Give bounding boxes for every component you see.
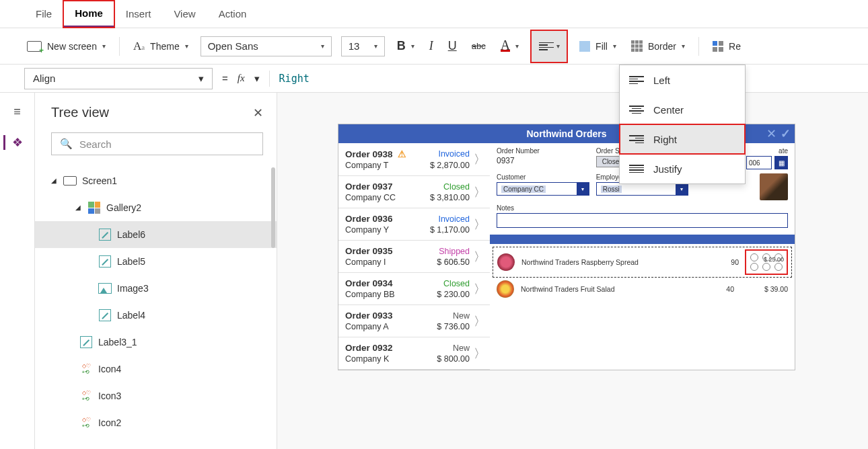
tree-search-input[interactable]: 🔍 Search: [51, 132, 263, 155]
font-size-select[interactable]: 13 ▾: [341, 36, 385, 56]
align-option-label: Justify: [653, 163, 682, 175]
menu-action[interactable]: Action: [207, 1, 258, 26]
chevron-right-icon[interactable]: 〉: [474, 151, 486, 167]
border-button[interactable]: Border ▾: [628, 36, 688, 56]
new-screen-button[interactable]: New screen ▾: [24, 37, 108, 56]
menu-file[interactable]: File: [24, 1, 63, 26]
menu-insert[interactable]: Insert: [114, 1, 163, 26]
order-date-value[interactable]: 006: [746, 156, 772, 169]
chevron-down-icon: ▾: [374, 42, 377, 50]
order-list-item[interactable]: Order 0934ClosedCompany BB$ 230.00〉: [338, 273, 490, 305]
employee-photo: [760, 173, 788, 200]
order-number-label: Order Number: [497, 147, 589, 155]
underline-icon: U: [448, 39, 457, 53]
order-list-item[interactable]: Order 0938 ⚠InvoicedCompany T$ 2,870.00〉: [338, 143, 490, 176]
order-amount: $ 800.00: [437, 354, 470, 364]
line-item-price: $ 25.00: [764, 256, 784, 263]
chevron-right-icon[interactable]: 〉: [474, 249, 486, 265]
tree-node-label3-1[interactable]: Label3_1: [51, 329, 263, 356]
order-list-item[interactable]: Order 0932NewCompany K$ 800.00〉: [338, 337, 490, 370]
order-company: Company T: [345, 161, 388, 170]
collapse-icon[interactable]: ◢: [51, 167, 58, 194]
notes-label: Notes: [497, 204, 788, 212]
theme-button[interactable]: Aa Theme ▾: [131, 36, 191, 57]
product-thumbnail: [497, 253, 515, 271]
hamburger-icon[interactable]: ≡: [13, 105, 21, 119]
shapes-icon: ◇♡+⟲: [82, 391, 91, 402]
order-status: Shipped: [439, 247, 470, 256]
chevron-down-icon[interactable]: ▾: [254, 73, 260, 85]
line-item[interactable]: Northwind Traders Raspberry Spread90$ 25…: [493, 247, 792, 278]
chevron-right-icon[interactable]: 〉: [474, 281, 486, 297]
order-list-item[interactable]: Order 0933NewCompany A$ 736.00〉: [338, 305, 490, 337]
order-company: Company BB: [345, 290, 395, 299]
align-icon: [539, 42, 554, 50]
menu-view[interactable]: View: [162, 1, 207, 26]
order-amount: $ 2,870.00: [430, 161, 470, 170]
order-status: Closed: [443, 279, 470, 288]
bold-button[interactable]: B ▾: [394, 35, 417, 57]
label-icon: [99, 255, 111, 268]
order-list-item[interactable]: Order 0936InvoicedCompany Y$ 1,170.00〉: [338, 208, 490, 241]
tree-node-screen1[interactable]: ◢ Screen1: [51, 167, 263, 194]
menu-home[interactable]: Home: [63, 1, 114, 28]
fill-button[interactable]: Fill ▾: [577, 37, 619, 56]
order-company: Company K: [345, 354, 389, 364]
strikethrough-button[interactable]: abc: [469, 37, 489, 55]
tree-node-label5[interactable]: Label5: [51, 248, 263, 275]
order-company: Company Y: [345, 225, 389, 235]
collapse-icon[interactable]: ◢: [75, 194, 82, 221]
chevron-right-icon[interactable]: 〉: [474, 313, 486, 329]
chevron-right-icon[interactable]: 〉: [474, 216, 486, 233]
align-option-right[interactable]: Right: [620, 124, 745, 154]
line-item-qty: 40: [707, 285, 734, 293]
calendar-icon[interactable]: ▦: [774, 156, 788, 169]
order-company: Company CC: [345, 193, 396, 202]
italic-button[interactable]: I: [427, 35, 436, 57]
align-option-justify[interactable]: Justify: [620, 154, 745, 183]
order-number: Order 0937: [345, 181, 393, 192]
tree-node-icon3[interactable]: ◇♡+⟲ Icon3: [51, 382, 263, 409]
new-screen-icon: [27, 41, 42, 52]
tree-node-icon4[interactable]: ◇♡+⟲ Icon4: [51, 356, 263, 382]
tree-node-label: Icon4: [98, 356, 121, 382]
align-dropdown-menu: Left Center Right Justify: [619, 65, 746, 184]
confirm-icon[interactable]: ✓: [781, 126, 791, 141]
formula-value[interactable]: Right: [279, 73, 310, 85]
close-icon[interactable]: ✕: [253, 106, 263, 120]
line-items-list: Northwind Traders Raspberry Spread90$ 25…: [490, 244, 795, 303]
order-list-item[interactable]: Order 0937ClosedCompany CC$ 3,810.00〉: [338, 176, 490, 208]
separator: [269, 71, 270, 87]
text-align-button[interactable]: ▾: [531, 30, 567, 63]
selection-handles[interactable]: $ 25.00: [746, 250, 787, 274]
line-item[interactable]: Northwind Traders Fruit Salad40$ 39.00: [493, 278, 792, 300]
notes-input[interactable]: [497, 213, 788, 228]
underline-button[interactable]: U: [445, 35, 460, 57]
cancel-icon[interactable]: ✕: [766, 126, 776, 141]
design-canvas[interactable]: Northwind Orders ✕ ✓ Order 0938 ⚠Invoice…: [277, 93, 868, 449]
reorder-button[interactable]: Re: [710, 37, 744, 56]
customer-select[interactable]: Company CC ▾: [497, 182, 589, 196]
tree-node-label4[interactable]: Label4: [51, 302, 263, 329]
property-select[interactable]: Align ▾: [24, 68, 213, 89]
order-list-item[interactable]: Order 0935ShippedCompany I$ 606.50〉: [338, 241, 490, 273]
chevron-right-icon[interactable]: 〉: [474, 345, 486, 362]
chevron-down-icon: ▾: [613, 42, 616, 50]
tree-node-image3[interactable]: Image3: [51, 275, 263, 302]
font-family-select[interactable]: Open Sans ▾: [201, 36, 332, 56]
tree-node-icon2[interactable]: ◇♡+⟲ Icon2: [51, 409, 263, 436]
tree-view-rail-icon[interactable]: ❖: [3, 135, 23, 150]
chevron-right-icon[interactable]: 〉: [474, 184, 486, 200]
product-thumbnail: [497, 280, 514, 298]
tree-node-label6[interactable]: Label6: [35, 221, 277, 248]
tree-node-label: Screen1: [82, 167, 117, 194]
align-option-center[interactable]: Center: [620, 95, 745, 124]
ribbon: New screen ▾ Aa Theme ▾ Open Sans ▾ 13 ▾…: [0, 28, 868, 65]
font-size-value: 13: [349, 40, 360, 52]
employee-select[interactable]: Rossi ▾: [596, 182, 689, 196]
scrollbar-thumb[interactable]: [271, 167, 275, 248]
tree-node-gallery2[interactable]: ◢ Gallery2: [51, 194, 263, 221]
align-option-left[interactable]: Left: [620, 65, 745, 95]
font-color-button[interactable]: A ▾: [498, 36, 521, 56]
order-amount: $ 736.00: [437, 322, 470, 331]
